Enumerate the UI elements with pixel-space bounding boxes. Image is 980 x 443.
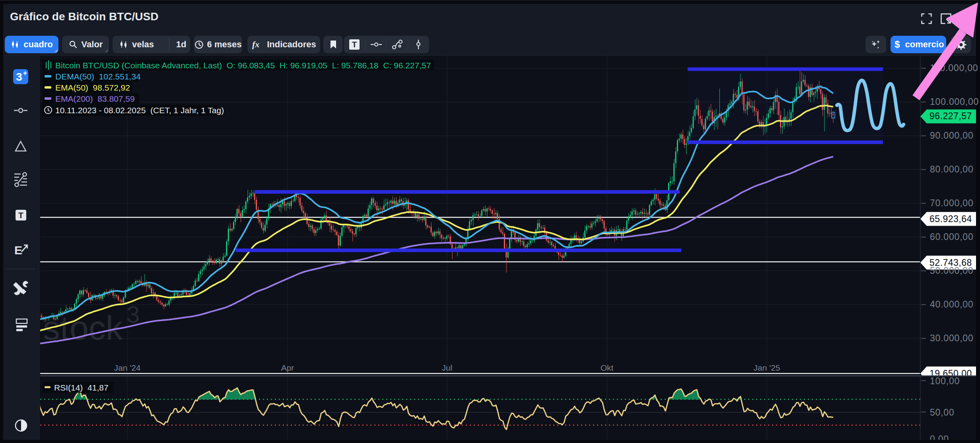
svg-text:80.000,00: 80.000,00 [930,164,974,174]
svg-text:EMA(50) 98.572,92: EMA(50) 98.572,92 [55,83,130,92]
svg-text:96.227,57: 96.227,57 [929,111,972,121]
svg-text:65.923,64: 65.923,64 [929,214,972,224]
svg-text:90.000,00: 90.000,00 [930,130,974,141]
svg-text:100.000,00: 100.000,00 [930,97,979,107]
svg-text:DEMA(50) 102.551,34: DEMA(50) 102.551,34 [55,72,141,81]
svg-text:10.11.2023 - 08.02.2025 (CET,: 10.11.2023 - 08.02.2025 (CET, 1 Jahr, 1 … [55,106,224,115]
svg-text:EMA(200) 83.807,59: EMA(200) 83.807,59 [55,94,135,103]
svg-text:60.000,00: 60.000,00 [930,232,974,242]
svg-text:Jan '25: Jan '25 [753,363,780,372]
svg-text:40.000,00: 40.000,00 [930,299,974,310]
svg-text:Okt: Okt [601,363,614,372]
svg-text:Jan '24: Jan '24 [114,363,140,372]
svg-text:Jul: Jul [442,363,453,372]
svg-text:30.000,00: 30.000,00 [930,333,974,343]
svg-text:Bitcoin BTC/USD (Coinbase Adva: Bitcoin BTC/USD (Coinbase Advanced, Last… [55,61,431,70]
svg-text:50,00: 50,00 [930,407,955,418]
svg-text:Apr: Apr [281,363,294,372]
svg-text:RSI(14) 41,87: RSI(14) 41,87 [54,383,109,392]
svg-text:70.000,00: 70.000,00 [930,198,974,208]
svg-text:100,00: 100,00 [930,376,960,386]
svg-text:50.000,00: 50.000,00 [930,265,974,276]
